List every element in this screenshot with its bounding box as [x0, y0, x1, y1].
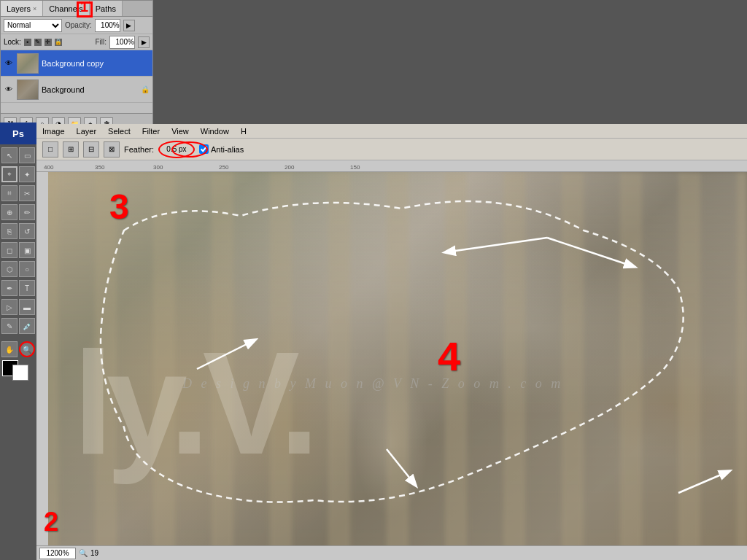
lock-all-icon[interactable]: 🔒	[55, 39, 62, 46]
shape-tool[interactable]: ▬	[19, 299, 35, 315]
fill-input[interactable]	[109, 36, 135, 49]
menu-window[interactable]: Window	[195, 125, 235, 137]
slice-tool[interactable]: ✂	[19, 185, 35, 201]
notes-tool[interactable]: ✎	[1, 318, 18, 334]
eraser-tool[interactable]: ◻	[1, 242, 18, 258]
layer-eye-bg-copy[interactable]: 👁	[4, 58, 14, 69]
lock-transparency-icon[interactable]: ▪	[24, 39, 31, 46]
menu-layer[interactable]: Layer	[71, 125, 103, 137]
fill-label: Fill:	[95, 38, 107, 46]
history-tool[interactable]: ↺	[19, 223, 35, 239]
fill-arrow[interactable]: ▶	[138, 36, 150, 48]
svg-text:150: 150	[350, 164, 360, 171]
path-select[interactable]: ▷	[1, 299, 18, 315]
menu-image[interactable]: Image	[36, 125, 71, 137]
brush-tool[interactable]: ✏	[19, 204, 35, 220]
ruler-horizontal: 400 350 300 250 200 150	[36, 160, 747, 172]
menu-select[interactable]: Select	[102, 125, 136, 137]
feather-label: Feather:	[124, 145, 154, 154]
eyedropper-tool[interactable]: 💉	[19, 318, 35, 334]
tab-layers[interactable]: Layers ×	[1, 1, 43, 16]
layers-tab-close[interactable]: ×	[33, 5, 36, 12]
hand-tool[interactable]: ✋	[1, 341, 18, 357]
new-selection-btn[interactable]: □	[42, 141, 58, 158]
layer-item-bg[interactable]: 👁 Background 🔒	[1, 77, 152, 103]
opacity-arrow[interactable]: ▶	[123, 20, 135, 31]
opacity-input[interactable]	[95, 19, 120, 32]
ruler-vertical	[36, 172, 48, 545]
annotation-3: 3	[109, 187, 129, 227]
zoom-tool[interactable]: 🔍	[19, 341, 35, 357]
ps-logo-text: Ps	[12, 128, 24, 139]
dodge-tool[interactable]: ○	[19, 261, 35, 277]
zoom-icon[interactable]: 🔍	[79, 549, 88, 557]
move-tool[interactable]: ↖	[1, 147, 18, 163]
layer-name-bg: Background	[42, 85, 138, 94]
status-info: 19	[90, 549, 98, 557]
menu-view[interactable]: View	[166, 125, 195, 137]
layer-lock-bg: 🔒	[141, 85, 150, 93]
lasso-tool[interactable]: ⌖	[1, 166, 18, 182]
lock-label: Lock:	[4, 38, 21, 46]
big-text-overlay: ly.V.	[73, 319, 312, 487]
foreground-background-colors[interactable]	[2, 360, 34, 382]
lock-row: Lock: ▪ ✎ ✛ 🔒 Fill: ▶	[1, 34, 152, 50]
svg-rect-0	[36, 160, 747, 172]
layer-name-bg-copy: Background copy	[42, 59, 150, 68]
blend-mode-select[interactable]: Normal	[4, 19, 62, 32]
menu-filter[interactable]: Filter	[136, 125, 166, 137]
layers-tab-label: Layers	[7, 4, 31, 13]
menu-help[interactable]: H	[235, 125, 252, 137]
clone-tool[interactable]: ⎘	[1, 223, 18, 239]
zoom-display[interactable]: 1200%	[39, 548, 76, 559]
annotation-1: 1	[80, 0, 88, 15]
feather-circle-annotation	[171, 141, 208, 158]
add-selection-btn[interactable]: ⊞	[63, 141, 79, 158]
layer-item-bg-copy[interactable]: 👁 Background copy	[1, 50, 152, 77]
gradient-tool[interactable]: ▣	[19, 242, 35, 258]
status-bar: 1200% 🔍 19	[36, 545, 747, 560]
heal-tool[interactable]: ⊕	[1, 204, 18, 220]
svg-text:350: 350	[95, 164, 105, 171]
svg-text:250: 250	[219, 164, 229, 171]
pen-tool[interactable]: ✒	[1, 280, 18, 296]
menu-bar: Image Layer Select Filter View Window H	[36, 124, 747, 139]
marquee-tool[interactable]: ▭	[19, 147, 35, 163]
ps-toolbar: ↖ ▭ ⌖ ✦ ⌗ ✂ ⊕ ✏ ⎘ ↺ ◻ ▣ ⬡ ○ ✒ T ▷ ▬ ✎ 💉 …	[0, 144, 36, 386]
crop-tool[interactable]: ⌗	[1, 185, 18, 201]
svg-text:400: 400	[44, 164, 54, 171]
anti-alias-label: Anti-alias	[211, 145, 244, 154]
layer-eye-bg[interactable]: 👁	[4, 85, 14, 95]
paths-tab-label: Paths	[96, 4, 116, 13]
ps-logo: Ps	[0, 122, 36, 144]
blend-mode-row: Normal Opacity: ▶	[1, 17, 152, 34]
svg-rect-7	[36, 172, 48, 545]
annotation-4: 4	[438, 332, 460, 380]
options-bar: □ ⊞ ⊟ ⊠ Feather: Anti-alias	[36, 139, 747, 160]
lock-paint-icon[interactable]: ✎	[34, 39, 42, 46]
type-tool[interactable]: T	[19, 280, 35, 296]
tab-paths[interactable]: Paths	[90, 1, 123, 16]
svg-text:200: 200	[285, 164, 295, 171]
layers-panel: Layers × Channels Paths Normal Opacity: …	[0, 0, 153, 134]
annotation-2: 2	[44, 507, 58, 537]
blur-tool[interactable]: ⬡	[1, 261, 18, 277]
subtract-selection-btn[interactable]: ⊟	[83, 141, 99, 158]
svg-text:300: 300	[153, 164, 163, 171]
canvas-area: D e s i g n b y M u o n @ V N - Z o o m …	[36, 172, 747, 560]
lock-position-icon[interactable]: ✛	[44, 39, 52, 46]
magic-wand[interactable]: ✦	[19, 166, 35, 182]
intersect-selection-btn[interactable]: ⊠	[104, 141, 120, 158]
opacity-label: Opacity:	[65, 21, 92, 29]
layer-thumb-bg-copy	[17, 53, 39, 74]
layer-thumb-bg	[17, 79, 39, 100]
layer-empty-area	[1, 103, 152, 113]
